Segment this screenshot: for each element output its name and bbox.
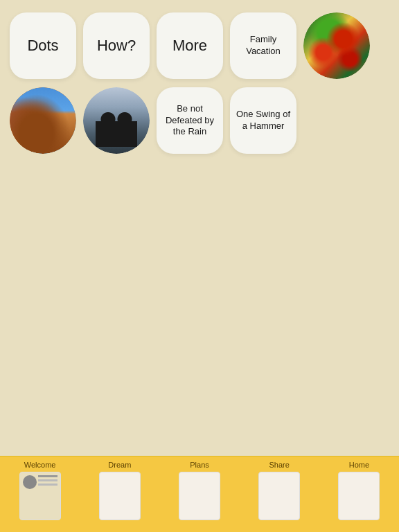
tile-dots[interactable]: Dots <box>10 12 76 79</box>
rock-image <box>10 87 76 154</box>
tab-plans[interactable]: Plans <box>159 456 239 532</box>
tile-family-vacation[interactable]: Family Vacation <box>230 12 296 79</box>
main-content: Dots How? More Family Vacation Be not De… <box>0 0 399 154</box>
tab-dream[interactable]: Dream <box>80 456 159 532</box>
tile-one-swing[interactable]: One Swing of a Hammer <box>230 87 296 154</box>
tab-dream-thumbnail <box>99 472 141 520</box>
tab-welcome[interactable]: Welcome <box>0 456 80 532</box>
tile-be-not-defeated[interactable]: Be not Defeated by the Rain <box>157 87 223 154</box>
tile-how[interactable]: How? <box>83 12 150 79</box>
tile-rock-photo[interactable] <box>10 87 76 154</box>
tab-share-thumbnail <box>258 472 300 520</box>
tab-home-label: Home <box>349 461 369 469</box>
row-2: Be not Defeated by the Rain One Swing of… <box>10 87 389 154</box>
tile-silhouette-photo[interactable] <box>83 87 150 154</box>
tab-share-label: Share <box>269 461 290 469</box>
tile-more[interactable]: More <box>157 12 223 79</box>
row-1: Dots How? More Family Vacation <box>10 12 389 79</box>
silhouette-image <box>83 87 150 154</box>
tile-how-label: How? <box>97 37 136 55</box>
tab-plans-thumbnail <box>179 472 220 520</box>
tab-plans-label: Plans <box>190 461 209 469</box>
tile-family-vacation-label: Family Vacation <box>230 30 296 62</box>
tile-food-photo[interactable] <box>303 12 370 79</box>
tab-share[interactable]: Share <box>240 456 319 532</box>
tab-bar: Welcome Dream Plans Share Home <box>0 456 399 532</box>
tab-dream-label: Dream <box>108 461 131 469</box>
food-image <box>303 12 370 79</box>
tile-be-not-defeated-label: Be not Defeated by the Rain <box>157 99 223 143</box>
tab-welcome-thumbnail <box>19 472 61 520</box>
tab-home-thumbnail <box>338 472 380 520</box>
tile-more-label: More <box>172 37 207 55</box>
tab-home[interactable]: Home <box>319 456 399 532</box>
tab-welcome-label: Welcome <box>24 461 56 469</box>
tile-dots-label: Dots <box>27 37 58 55</box>
tile-one-swing-label: One Swing of a Hammer <box>230 105 296 136</box>
